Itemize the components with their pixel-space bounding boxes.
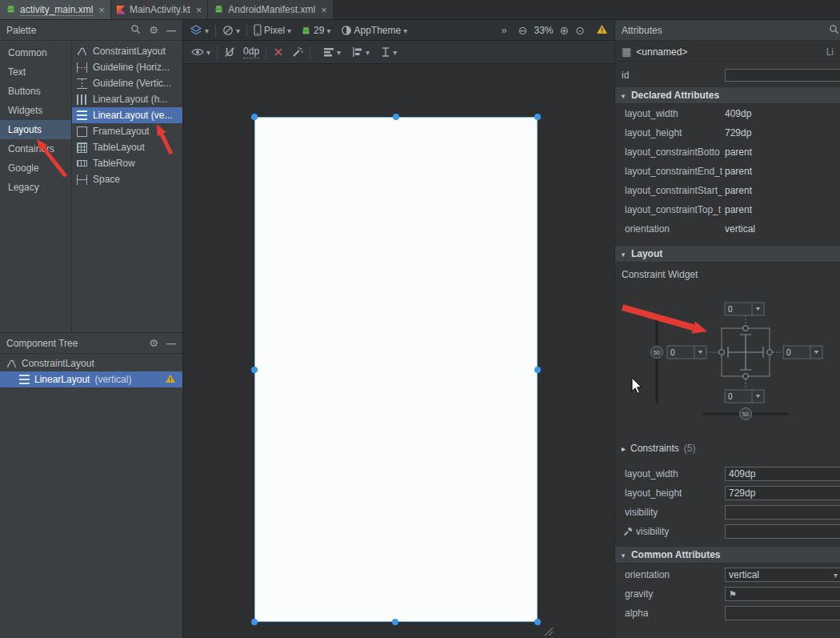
infer-constraints-button[interactable]	[292, 46, 303, 58]
warnings-button[interactable]	[596, 24, 608, 37]
section-layout[interactable]: Layout	[615, 245, 840, 263]
attr-value[interactable]: parent	[725, 204, 752, 215]
flag-icon[interactable]	[729, 588, 737, 600]
attr-row[interactable]: orientation vertical	[615, 219, 840, 239]
zoom-to-fit-button[interactable]	[575, 24, 585, 37]
gear-icon[interactable]	[149, 24, 158, 36]
horizontal-bias-slider[interactable]: 50	[740, 408, 752, 420]
attr-row[interactable]: layout_constraintEnd_t parent	[615, 162, 840, 181]
pack-button[interactable]	[323, 46, 341, 58]
attr-value[interactable]: 729dp	[725, 127, 751, 138]
device-selector[interactable]: Pixel	[254, 24, 291, 36]
margin-right-combo[interactable]: 0	[783, 346, 822, 359]
attr-value[interactable]: parent	[725, 146, 752, 158]
margin-bottom-combo[interactable]: 0	[725, 390, 764, 403]
resize-handle-top-left[interactable]	[251, 114, 258, 120]
resize-handle-middle-left[interactable]	[251, 367, 258, 373]
palette-item-constraintlayout[interactable]: ConstraintLayout	[72, 43, 182, 59]
palette-item-guideline-vertical[interactable]: Guideline (Vertic...	[72, 75, 182, 91]
attr-row[interactable]: layout_constraintStart_ parent	[615, 181, 840, 200]
category-layouts[interactable]: Layouts	[0, 120, 71, 139]
zoom-in-button[interactable]	[560, 24, 570, 37]
design-surface[interactable]	[183, 64, 614, 638]
autoconnect-toggle[interactable]	[224, 46, 235, 58]
gear-icon[interactable]	[149, 337, 158, 349]
attr-row[interactable]: layout_constraintBotto parent	[615, 142, 840, 162]
anchor-right[interactable]	[767, 350, 773, 355]
selected-component-row[interactable]: <unnamed> Li	[615, 42, 840, 62]
category-buttons[interactable]: Buttons	[0, 82, 71, 101]
default-margin-selector[interactable]: 0dp	[243, 46, 259, 58]
anchor-top[interactable]	[743, 326, 749, 331]
vertical-bias-slider[interactable]: 50	[651, 347, 663, 359]
guidelines-button[interactable]	[381, 46, 397, 58]
layout-height-field[interactable]: 729dp	[725, 486, 840, 500]
tree-item-linearlayout[interactable]: LinearLayout (vertical)	[0, 371, 182, 387]
tab-androidmanifest-xml[interactable]: AndroidManifest.xml	[208, 0, 333, 19]
align-button[interactable]	[352, 46, 370, 58]
resize-handle-bottom-right[interactable]	[534, 619, 541, 625]
palette-item-tablelayout[interactable]: TableLayout	[72, 139, 182, 155]
attr-row[interactable]: layout_height 729dp	[615, 123, 840, 142]
section-common-attributes[interactable]: Common Attributes	[615, 546, 840, 564]
margin-top-combo[interactable]: 0	[725, 303, 764, 315]
clear-constraints-button[interactable]	[273, 46, 284, 58]
category-text[interactable]: Text	[0, 62, 71, 82]
gravity-field[interactable]	[725, 587, 840, 601]
tools-visibility-field[interactable]	[725, 524, 840, 539]
palette-item-linearlayout-vertical[interactable]: LinearLayout (ve...	[72, 107, 182, 123]
resize-handle-bottom-center[interactable]	[392, 619, 398, 625]
search-icon[interactable]	[829, 24, 839, 37]
margin-left-combo[interactable]: 0	[667, 346, 706, 359]
category-widgets[interactable]: Widgets	[0, 101, 71, 120]
attr-value[interactable]: parent	[725, 166, 752, 177]
theme-selector[interactable]: AppTheme	[341, 25, 408, 36]
close-icon[interactable]	[98, 4, 105, 16]
palette-item-linearlayout-horizontal[interactable]: LinearLayout (h...	[72, 91, 182, 107]
category-containers[interactable]: Containers	[0, 139, 71, 158]
attr-value[interactable]: vertical	[725, 223, 755, 235]
layout-width-field[interactable]: 409dp	[725, 467, 840, 481]
attr-value[interactable]: parent	[725, 185, 752, 196]
attr-row[interactable]: layout_width 409dp	[615, 104, 840, 123]
close-icon[interactable]	[321, 4, 327, 16]
category-google[interactable]: Google	[0, 158, 71, 178]
id-field[interactable]	[725, 69, 840, 82]
minimize-icon[interactable]	[166, 338, 176, 349]
orientation-button[interactable]	[222, 25, 240, 36]
category-common[interactable]: Common	[0, 43, 71, 62]
resize-handle-middle-right[interactable]	[534, 367, 541, 373]
palette-item-guideline-horizontal[interactable]: Guideline (Horiz...	[72, 59, 182, 75]
palette-item-space[interactable]: Space	[72, 171, 182, 187]
attr-value[interactable]: 409dp	[725, 108, 751, 119]
category-legacy[interactable]: Legacy	[0, 178, 71, 197]
attr-row[interactable]: layout_constraintTop_t parent	[615, 200, 840, 219]
warning-icon[interactable]	[165, 374, 176, 386]
device-artboard[interactable]	[254, 117, 538, 622]
constraints-group[interactable]: Constraints (5)	[615, 440, 840, 456]
orientation-dropdown[interactable]: vertical	[725, 568, 840, 582]
constraint-widget[interactable]: 0 0 0	[615, 283, 840, 426]
design-mode-button[interactable]	[190, 25, 209, 36]
close-icon[interactable]	[196, 4, 202, 16]
search-icon[interactable]	[130, 24, 141, 37]
palette-item-framelayout[interactable]: FrameLayout	[72, 123, 182, 139]
minimize-icon[interactable]	[166, 25, 176, 36]
resize-handle-top-right[interactable]	[534, 114, 541, 120]
tab-mainactivity-kt[interactable]: MainActivity.kt	[111, 0, 208, 19]
palette-item-tablerow[interactable]: TableRow	[72, 155, 182, 171]
resize-handle-top-center[interactable]	[393, 114, 399, 120]
toolbar-overflow-icon[interactable]	[502, 24, 507, 36]
tab-activity-main-xml[interactable]: activity_main.xml	[0, 0, 111, 19]
api-selector[interactable]: 29	[301, 25, 330, 36]
view-options-button[interactable]	[191, 46, 210, 58]
section-declared-attributes[interactable]: Declared Attributes	[615, 86, 840, 104]
tree-item-constraintlayout[interactable]: ConstraintLayout	[0, 355, 182, 371]
alpha-field[interactable]	[725, 606, 840, 620]
resize-handle-bottom-left[interactable]	[251, 619, 258, 625]
visibility-field[interactable]	[725, 505, 840, 520]
anchor-bottom[interactable]	[743, 374, 749, 379]
zoom-out-button[interactable]	[518, 24, 528, 37]
canvas-resize-grip[interactable]	[542, 624, 554, 637]
anchor-left[interactable]	[719, 350, 725, 355]
